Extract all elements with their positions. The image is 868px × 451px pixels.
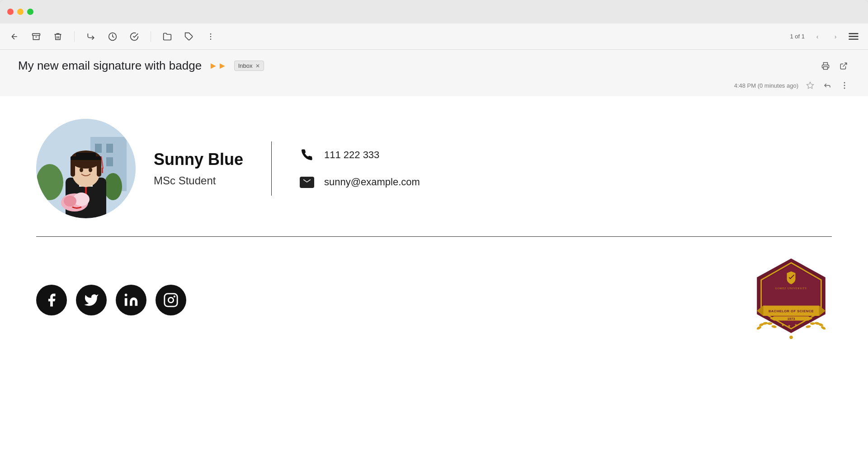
facebook-button[interactable] (36, 285, 67, 315)
svg-text:1973: 1973 (788, 317, 795, 321)
svg-point-13 (844, 85, 845, 86)
toolbar: 1 of 1 ‹ › (0, 23, 868, 50)
inbox-tag-label: Inbox (238, 62, 253, 69)
prev-email-button[interactable]: ‹ (812, 31, 823, 42)
email-header: My new email signature with badge ►► Inb… (0, 50, 868, 78)
toolbar-divider-2 (151, 31, 151, 42)
svg-point-64 (806, 325, 811, 329)
traffic-lights (7, 9, 33, 15)
svg-line-10 (843, 63, 847, 66)
svg-point-5 (210, 38, 212, 40)
svg-rect-32 (76, 153, 96, 157)
maximize-button[interactable] (27, 9, 33, 15)
archive-icon[interactable] (31, 31, 42, 42)
instagram-button[interactable] (156, 285, 186, 315)
svg-rect-8 (849, 38, 858, 40)
email-address: sunny@example.com (324, 176, 420, 188)
forward-indicator-icon: ►► (209, 61, 227, 71)
svg-point-22 (36, 164, 63, 200)
svg-point-60 (821, 325, 826, 330)
svg-rect-41 (125, 298, 127, 306)
svg-point-65 (789, 336, 793, 339)
svg-rect-9 (824, 66, 828, 69)
degree-badge: GOMEZ UNIVERSITY BACHELOR OF SCIENCE 197… (750, 255, 832, 345)
signature-divider (36, 236, 832, 237)
minimize-button[interactable] (17, 9, 24, 15)
svg-rect-7 (849, 36, 858, 37)
phone-number: 111 222 333 (324, 149, 379, 161)
svg-point-23 (104, 173, 122, 200)
social-icons (36, 285, 186, 315)
print-button[interactable] (819, 60, 832, 72)
svg-point-39 (64, 196, 76, 207)
svg-rect-0 (33, 33, 40, 35)
svg-text:GOMEZ UNIVERSITY: GOMEZ UNIVERSITY (775, 287, 807, 290)
contact-info: 111 222 333 sunny@example.com (299, 147, 420, 190)
svg-text:★: ★ (781, 323, 784, 327)
svg-rect-21 (106, 157, 113, 166)
svg-point-55 (756, 325, 762, 330)
svg-rect-34 (102, 168, 103, 173)
phone-icon (299, 147, 315, 163)
svg-point-42 (125, 294, 127, 296)
svg-point-63 (810, 322, 815, 325)
move-to-icon[interactable] (162, 31, 173, 42)
message-time: 4:48 PM (0 minutes ago) (734, 82, 798, 89)
social-badge-row: GOMEZ UNIVERSITY BACHELOR OF SCIENCE 197… (36, 250, 832, 350)
snooze-icon[interactable] (107, 31, 118, 42)
svg-point-4 (210, 36, 212, 37)
svg-point-44 (168, 297, 173, 302)
svg-point-12 (844, 82, 845, 84)
svg-text:BACHELOR OF SCIENCE: BACHELOR OF SCIENCE (769, 309, 814, 313)
phone-row: 111 222 333 (299, 147, 420, 163)
inbox-tag: Inbox ✕ (234, 61, 264, 71)
label-icon[interactable] (184, 31, 194, 42)
svg-rect-6 (849, 33, 858, 34)
email-header-actions (819, 60, 850, 72)
person-title: MSc Student (154, 174, 244, 187)
external-link-button[interactable] (837, 60, 850, 72)
svg-rect-30 (97, 159, 101, 177)
svg-marker-11 (807, 82, 814, 89)
email-window: 1 of 1 ‹ › My new email signature with b… (0, 0, 868, 451)
forward-action-icon[interactable] (85, 31, 96, 42)
toolbar-divider-1 (74, 31, 75, 42)
svg-rect-29 (71, 159, 75, 177)
reply-button[interactable] (822, 80, 833, 91)
pagination: 1 of 1 (790, 33, 805, 40)
svg-point-3 (210, 33, 212, 34)
svg-point-45 (174, 296, 175, 297)
more-message-icon[interactable] (839, 80, 850, 91)
back-icon[interactable] (9, 31, 20, 42)
next-email-button[interactable]: › (830, 31, 841, 42)
person-name: Sunny Blue (154, 150, 244, 169)
svg-point-14 (844, 88, 845, 89)
svg-point-35 (80, 168, 83, 172)
svg-rect-18 (95, 144, 102, 153)
vertical-divider (271, 141, 272, 196)
svg-point-58 (767, 322, 772, 325)
toolbar-right: 1 of 1 ‹ › (790, 31, 859, 42)
email-row: sunny@example.com (299, 174, 420, 190)
email-subject: My new email signature with badge (18, 59, 202, 73)
email-icon-box (300, 177, 314, 188)
name-info: Sunny Blue MSc Student (154, 150, 244, 187)
titlebar (0, 0, 868, 23)
close-button[interactable] (7, 9, 14, 15)
more-toolbar-icon[interactable] (205, 31, 216, 42)
star-button[interactable] (805, 80, 816, 91)
linkedin-button[interactable] (116, 285, 146, 315)
message-meta: 4:48 PM (0 minutes ago) (0, 78, 868, 96)
svg-text:★: ★ (788, 324, 791, 328)
delete-icon[interactable] (52, 31, 63, 42)
more-view-icon[interactable] (848, 31, 859, 42)
twitter-button[interactable] (76, 285, 107, 315)
mark-done-icon[interactable] (129, 31, 140, 42)
email-icon (299, 174, 315, 190)
svg-point-36 (89, 168, 92, 172)
profile-photo (36, 119, 136, 218)
inbox-tag-close-button[interactable]: ✕ (255, 63, 260, 69)
svg-point-59 (771, 325, 777, 329)
signature-container: Sunny Blue MSc Student 111 222 333 (36, 105, 832, 232)
svg-text:★: ★ (794, 323, 797, 327)
